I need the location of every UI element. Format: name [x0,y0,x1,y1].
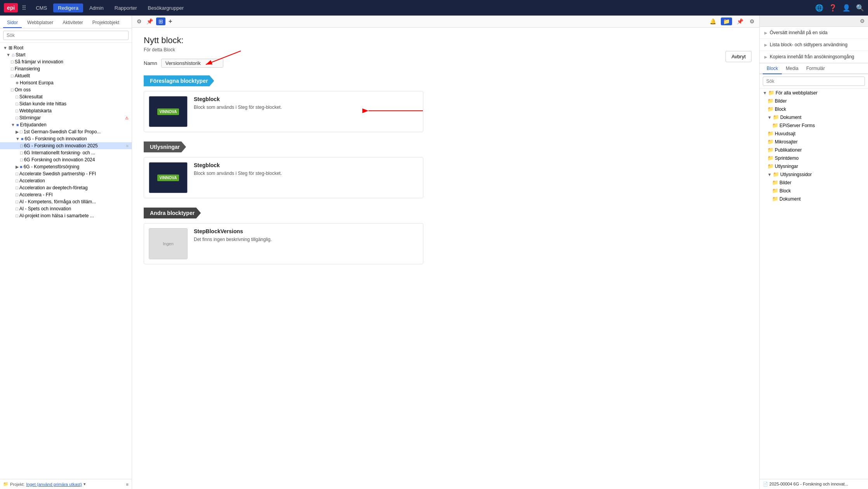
list-item[interactable]: 📁 Huvudsajt [760,129,868,138]
nav-admin[interactable]: Admin [85,3,108,12]
list-item[interactable]: ▼ 📁 Utlysningssidor [760,170,868,178]
nav-besokargrupper[interactable]: Besökargrupper [143,3,189,12]
nav-cms[interactable]: CMS [31,3,52,12]
page-icon: □ [16,115,18,120]
right-tabs: Block Media Formulär [760,63,868,74]
tab-sidor[interactable]: Sidor [3,18,22,28]
list-item[interactable]: □ Om oss [0,86,132,93]
list-item[interactable]: □ Aktuellt [0,72,132,79]
list-item[interactable]: 📁 Bilder [760,97,868,105]
pin-btn[interactable]: 📌 [145,17,155,25]
user-icon[interactable]: 👤 [842,4,851,12]
list-item[interactable]: □ Finansiering [0,65,132,72]
menu-lines-icon[interactable]: ≡ [126,143,129,148]
tree-item-start[interactable]: ▼ ⌂ Start [0,51,132,58]
block-card[interactable]: VINNOVA Stegblock Block som används i St… [144,91,423,132]
menu-item-list-blocks[interactable]: ▶ Lista block- och sidtypers användning [760,39,868,51]
vinnova-badge: VINNOVA [157,108,179,115]
list-item[interactable]: □ Accelerera - FFI [0,191,132,198]
menu-item-translate[interactable]: ▶ Översätt innehåll på en sida [760,27,868,39]
pin-right-btn[interactable]: 📌 [735,17,745,25]
right-search-input[interactable] [763,77,865,86]
list-item[interactable]: □ Sidan kunde inte hittas [0,100,132,107]
tab-media[interactable]: Media [782,63,802,74]
block-thumb-none: Ingen [149,229,187,259]
list-item[interactable]: □ 6G - Forskning och innovation 2025 ≡ [0,142,132,149]
name-value[interactable]: Versionshistorik [161,59,223,68]
menu-item-copy[interactable]: ▶ Kopiera innehåll från ansökningsomgång [760,51,868,63]
folder-active-btn[interactable]: 📁 [721,17,732,25]
list-item[interactable]: 📁 Sprintdemo [760,154,868,162]
notification-btn[interactable]: 🔔 [708,17,718,25]
expand-icon: ▼ [767,115,772,120]
tree-label: Så främjar vi innovation [15,59,63,65]
settings-icon-right[interactable]: ⚙ [860,18,865,24]
footer-project-value[interactable]: Inget (använd primära utkast) [26,482,82,487]
list-item[interactable]: 📁 Publikationer [760,146,868,154]
help-icon[interactable]: ❓ [829,4,837,12]
block-card[interactable]: VINNOVA Stegblock Block som används i St… [144,157,423,198]
tree-label: Störningar [19,115,41,121]
grid-icon[interactable]: ⠿ [22,4,26,12]
list-item[interactable]: □ Acceleration [0,177,132,184]
list-item[interactable]: □ Acceleration av deeptech-företag [0,184,132,191]
nav-rapporter[interactable]: Rapporter [110,3,142,12]
list-item[interactable]: □ Accelerate Swedish partnership - FFI [0,170,132,177]
list-item[interactable]: □ AI - Spets och innovation [0,205,132,212]
list-item[interactable]: 📁 Dokument [760,195,868,203]
block-card[interactable]: Ingen StepBlockVersions Det finns ingen … [144,223,423,264]
list-item[interactable]: ▼ 📁 Dokument [760,113,868,121]
list-item[interactable]: □ Så främjar vi innovation [0,58,132,65]
list-item[interactable]: □ Störningar ⚠ [0,114,132,121]
folder-icon: ■ [16,122,19,127]
tree-item-root[interactable]: ▼ ⊞ Root [0,44,132,51]
list-item[interactable]: 📁 Block [760,187,868,195]
list-item[interactable]: □ Webbplatskarta [0,107,132,114]
search-icon[interactable]: 🔍 [856,4,864,12]
settings-right-btn[interactable]: ⚙ [748,17,756,25]
list-item[interactable]: ▼ ■ 6G - Forskning och innovation [0,135,132,142]
globe-icon[interactable]: 🌐 [815,4,823,12]
list-item[interactable]: ▶ □ 1st German-Swedish Call for Propo... [0,128,132,135]
right-top-bar: ⚙ [760,16,868,27]
nav-redigera[interactable]: Redigera [53,3,83,12]
page-icon: □ [16,185,18,190]
list-item[interactable]: 📁 Mikrosajter [760,138,868,146]
list-item[interactable]: 📁 Utlysningar [760,162,868,170]
list-item[interactable]: □ 6G Internationellt forskning- och ... [0,149,132,156]
tab-webbplatser[interactable]: Webbplatser [23,18,57,28]
right-menu-items: ▶ Översätt innehåll på en sida ▶ Lista b… [760,27,868,63]
tab-block[interactable]: Block [763,63,782,74]
tree-label: Block [775,107,786,112]
section-header-utlysningar: Utlysningar [144,141,748,152]
list-item[interactable]: ▼ 📁 För alla webbplatser [760,89,868,97]
list-item[interactable]: 📁 Bilder [760,178,868,187]
settings-btn[interactable]: ⚙ [135,17,143,25]
tab-projektobjekt[interactable]: Projektobjekt [89,18,123,28]
tree-view-btn[interactable]: ⊞ [156,17,165,25]
page-icon: □ [16,206,18,211]
page-icon: □ [11,73,14,78]
tab-formular[interactable]: Formulär [802,63,829,74]
page-icon: □ [16,213,18,218]
add-btn[interactable]: + [167,17,174,26]
name-label: Namn [144,60,157,66]
home-icon: ⌂ [12,52,14,58]
list-item[interactable]: ▶ ■ 6G - Kompetensförsörjning [0,163,132,170]
list-item[interactable]: ▼ ■ Erbjudanden [0,121,132,128]
tree-label: Root [14,45,23,51]
footer-lines-icon[interactable]: ≡ [126,482,129,487]
dropdown-icon[interactable]: ▾ [83,482,86,487]
page-icon: □ [16,108,18,113]
list-item[interactable]: 📁 Block [760,105,868,113]
list-item[interactable]: □ AI-projekt inom hälsa i samarbete ... [0,212,132,219]
search-input[interactable] [3,31,129,40]
tree-label: Start [16,52,25,58]
tab-aktiviteter[interactable]: Aktiviteter [59,18,87,28]
block-description: Det finns ingen beskrivning tillgänglig. [194,236,418,243]
list-item[interactable]: □ AI - Kompetens, förmåga och tilläm... [0,198,132,205]
list-item[interactable]: □ Sökresultat [0,93,132,100]
list-item[interactable]: ✱ Horisont Europa [0,79,132,86]
list-item[interactable]: 📁 EPiServer Forms [760,121,868,129]
list-item[interactable]: □ 6G Forskning och innovation 2024 [0,156,132,163]
